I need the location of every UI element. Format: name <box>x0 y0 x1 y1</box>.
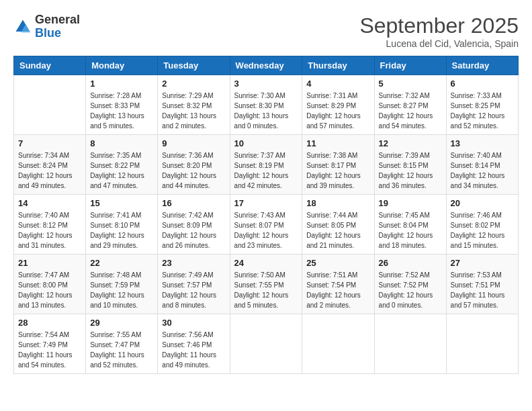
day-number: 9 <box>162 138 225 148</box>
calendar-cell: 13Sunrise: 7:40 AMSunset: 8:14 PMDayligh… <box>446 135 518 195</box>
sunset-text: Sunset: 8:19 PM <box>234 161 298 171</box>
calendar-cell <box>374 314 446 374</box>
daylight-text: Daylight: 12 hours and 10 minutes. <box>90 290 153 310</box>
day-number: 20 <box>451 198 514 208</box>
day-number: 29 <box>90 318 153 328</box>
sunrise-text: Sunrise: 7:29 AM <box>162 91 225 101</box>
daylight-text: Daylight: 12 hours and 5 minutes. <box>234 290 298 310</box>
day-info: Sunrise: 7:42 AMSunset: 8:09 PMDaylight:… <box>162 210 225 250</box>
daylight-text: Daylight: 12 hours and 23 minutes. <box>234 230 298 250</box>
day-info: Sunrise: 7:35 AMSunset: 8:22 PMDaylight:… <box>90 150 153 191</box>
logo: General Blue <box>13 13 80 40</box>
day-info: Sunrise: 7:44 AMSunset: 8:05 PMDaylight:… <box>306 210 369 250</box>
day-number: 25 <box>306 258 369 268</box>
sunrise-text: Sunrise: 7:34 AM <box>18 150 81 161</box>
calendar-cell: 21Sunrise: 7:47 AMSunset: 8:00 PMDayligh… <box>14 255 86 314</box>
day-info: Sunrise: 7:32 AMSunset: 8:27 PMDaylight:… <box>379 91 442 131</box>
day-number: 30 <box>162 318 225 328</box>
sunset-text: Sunset: 7:52 PM <box>379 280 442 290</box>
calendar-cell: 20Sunrise: 7:46 AMSunset: 8:02 PMDayligh… <box>446 195 518 255</box>
day-info: Sunrise: 7:29 AMSunset: 8:32 PMDaylight:… <box>162 91 225 131</box>
sunrise-text: Sunrise: 7:50 AM <box>234 270 298 280</box>
title-area: September 2025 Lucena del Cid, Valencia,… <box>359 13 519 49</box>
sunrise-text: Sunrise: 7:42 AM <box>162 210 225 220</box>
calendar-cell: 5Sunrise: 7:32 AMSunset: 8:27 PMDaylight… <box>374 75 446 135</box>
sunrise-text: Sunrise: 7:35 AM <box>90 150 153 161</box>
sunrise-text: Sunrise: 7:39 AM <box>379 150 442 161</box>
calendar-cell: 9Sunrise: 7:36 AMSunset: 8:20 PMDaylight… <box>158 135 230 195</box>
day-number: 5 <box>379 79 442 89</box>
day-info: Sunrise: 7:33 AMSunset: 8:25 PMDaylight:… <box>451 91 514 131</box>
week-row-5: 28Sunrise: 7:54 AMSunset: 7:49 PMDayligh… <box>14 314 519 374</box>
day-info: Sunrise: 7:41 AMSunset: 8:10 PMDaylight:… <box>90 210 153 250</box>
daylight-text: Daylight: 12 hours and 47 minutes. <box>90 171 153 191</box>
daylight-text: Daylight: 13 hours and 2 minutes. <box>162 111 225 131</box>
day-number: 18 <box>306 198 369 208</box>
calendar-cell: 14Sunrise: 7:40 AMSunset: 8:12 PMDayligh… <box>14 195 86 255</box>
daylight-text: Daylight: 11 hours and 57 minutes. <box>451 290 514 310</box>
sunset-text: Sunset: 8:33 PM <box>90 101 153 111</box>
sunset-text: Sunset: 8:30 PM <box>234 101 298 111</box>
calendar-cell <box>446 314 518 374</box>
calendar-body: 1Sunrise: 7:28 AMSunset: 8:33 PMDaylight… <box>14 75 519 374</box>
calendar-cell: 28Sunrise: 7:54 AMSunset: 7:49 PMDayligh… <box>14 314 86 374</box>
week-row-4: 21Sunrise: 7:47 AMSunset: 8:00 PMDayligh… <box>14 255 519 314</box>
sunrise-text: Sunrise: 7:52 AM <box>379 270 442 280</box>
sunset-text: Sunset: 8:05 PM <box>306 220 369 230</box>
sunrise-text: Sunrise: 7:54 AM <box>18 330 81 340</box>
sunrise-text: Sunrise: 7:48 AM <box>90 270 153 280</box>
sunrise-text: Sunrise: 7:32 AM <box>379 91 442 101</box>
day-info: Sunrise: 7:34 AMSunset: 8:24 PMDaylight:… <box>18 150 81 191</box>
location: Lucena del Cid, Valencia, Spain <box>359 38 519 49</box>
day-info: Sunrise: 7:46 AMSunset: 8:02 PMDaylight:… <box>451 210 514 250</box>
daylight-text: Daylight: 12 hours and 34 minutes. <box>451 171 514 191</box>
day-info: Sunrise: 7:36 AMSunset: 8:20 PMDaylight:… <box>162 150 225 191</box>
day-number: 13 <box>451 138 514 148</box>
day-info: Sunrise: 7:30 AMSunset: 8:30 PMDaylight:… <box>234 91 298 131</box>
logo-blue: Blue <box>35 27 80 40</box>
day-number: 22 <box>90 258 153 268</box>
daylight-text: Daylight: 12 hours and 54 minutes. <box>379 111 442 131</box>
sunset-text: Sunset: 8:32 PM <box>162 101 225 111</box>
sunrise-text: Sunrise: 7:41 AM <box>90 210 153 220</box>
sunrise-text: Sunrise: 7:28 AM <box>90 91 153 101</box>
calendar-cell: 1Sunrise: 7:28 AMSunset: 8:33 PMDaylight… <box>86 75 158 135</box>
day-number: 28 <box>18 318 81 328</box>
sunset-text: Sunset: 8:02 PM <box>451 220 514 230</box>
calendar-cell: 4Sunrise: 7:31 AMSunset: 8:29 PMDaylight… <box>302 75 374 135</box>
calendar-cell <box>14 75 86 135</box>
calendar-table: SundayMondayTuesdayWednesdayThursdayFrid… <box>13 56 519 374</box>
day-info: Sunrise: 7:49 AMSunset: 7:57 PMDaylight:… <box>162 270 225 310</box>
day-number: 7 <box>18 138 81 148</box>
day-number: 6 <box>451 79 514 89</box>
day-info: Sunrise: 7:50 AMSunset: 7:55 PMDaylight:… <box>234 270 298 310</box>
sunrise-text: Sunrise: 7:40 AM <box>18 210 81 220</box>
sunset-text: Sunset: 7:55 PM <box>234 280 298 290</box>
day-info: Sunrise: 7:55 AMSunset: 7:47 PMDaylight:… <box>90 330 153 370</box>
sunset-text: Sunset: 8:07 PM <box>234 220 298 230</box>
day-info: Sunrise: 7:40 AMSunset: 8:14 PMDaylight:… <box>451 150 514 191</box>
day-info: Sunrise: 7:51 AMSunset: 7:54 PMDaylight:… <box>306 270 369 310</box>
weekday-tuesday: Tuesday <box>158 56 230 75</box>
month-title: September 2025 <box>359 13 519 38</box>
weekday-sunday: Sunday <box>14 56 86 75</box>
weekday-wednesday: Wednesday <box>230 56 302 75</box>
calendar-cell <box>302 314 374 374</box>
sunset-text: Sunset: 8:10 PM <box>90 220 153 230</box>
calendar-cell: 17Sunrise: 7:43 AMSunset: 8:07 PMDayligh… <box>230 195 302 255</box>
daylight-text: Daylight: 11 hours and 49 minutes. <box>162 350 225 370</box>
day-number: 12 <box>379 138 442 148</box>
day-info: Sunrise: 7:52 AMSunset: 7:52 PMDaylight:… <box>379 270 442 310</box>
sunrise-text: Sunrise: 7:31 AM <box>306 91 369 101</box>
sunset-text: Sunset: 8:27 PM <box>379 101 442 111</box>
calendar-header: SundayMondayTuesdayWednesdayThursdayFrid… <box>14 56 519 75</box>
daylight-text: Daylight: 12 hours and 29 minutes. <box>90 230 153 250</box>
calendar-cell: 12Sunrise: 7:39 AMSunset: 8:15 PMDayligh… <box>374 135 446 195</box>
calendar-cell: 2Sunrise: 7:29 AMSunset: 8:32 PMDaylight… <box>158 75 230 135</box>
logo-icon <box>13 17 32 36</box>
calendar-cell: 30Sunrise: 7:56 AMSunset: 7:46 PMDayligh… <box>158 314 230 374</box>
daylight-text: Daylight: 12 hours and 0 minutes. <box>379 290 442 310</box>
daylight-text: Daylight: 13 hours and 0 minutes. <box>234 111 298 131</box>
day-number: 24 <box>234 258 298 268</box>
day-number: 23 <box>162 258 225 268</box>
